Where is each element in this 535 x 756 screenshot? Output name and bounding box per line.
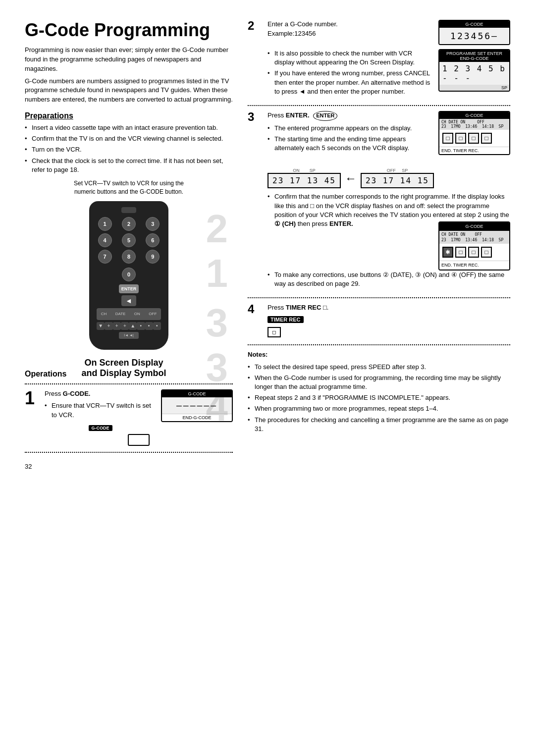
step4-bold: TIMER REC bbox=[286, 304, 321, 311]
gcode-button-visual bbox=[128, 434, 150, 446]
step2-number: 2 bbox=[248, 20, 263, 32]
operations-label: Operations bbox=[25, 370, 66, 378]
step3-bullet1: The entered programme appears on the dis… bbox=[268, 124, 510, 133]
step1-button-box bbox=[45, 434, 233, 446]
remote-on-plus[interactable]: + bbox=[113, 322, 121, 330]
step1-gcode-button-label: G-CODE bbox=[45, 424, 233, 432]
step3-bullets-bottom: Confirm that the number corresponds to t… bbox=[268, 192, 510, 228]
remote-container: 2 1 3 3 4 1 2 3 4 5 6 7 8 9 bbox=[25, 201, 233, 350]
timer-rec-badge: TIMER REC bbox=[268, 316, 304, 323]
sq-c: □ bbox=[468, 247, 479, 258]
remote-btn-0[interactable]: 0 bbox=[122, 268, 136, 281]
vcr-on-value: 23 17 13 45 bbox=[268, 173, 341, 188]
remote-ch-up[interactable]: ▲ bbox=[129, 322, 137, 330]
step4-action: Press TIMER REC □. bbox=[268, 303, 510, 313]
step4-number: 4 bbox=[248, 303, 263, 315]
left-column: G-Code Programming Programming is now ea… bbox=[25, 20, 233, 470]
remote-arrow-row: ▼ + + + ▲ • • • bbox=[97, 322, 161, 330]
remote-btn-2[interactable]: 2 bbox=[122, 217, 136, 231]
step2-bullets: It is also possible to check the number … bbox=[268, 49, 510, 96]
note-4: When programming two or more programmes,… bbox=[248, 404, 510, 413]
remote-off-plus[interactable]: + bbox=[121, 322, 129, 330]
remote-btn-7[interactable]: 7 bbox=[98, 250, 112, 264]
vcr-off-display: OFF SP 23 17 14 15 bbox=[361, 168, 434, 188]
step4-suffix: □. bbox=[323, 304, 328, 311]
remote-btn-5[interactable]: 5 bbox=[122, 233, 136, 247]
note-1: To select the desired tape speed, press … bbox=[248, 363, 510, 372]
step3-content: G-CODE CH DATE ON OFF 23 17MO 13:46 14:1… bbox=[268, 111, 510, 292]
remote-control: 1 2 3 4 5 6 7 8 9 0 ENTER bbox=[89, 201, 168, 350]
sq-b: □ bbox=[455, 247, 466, 258]
operations-row: Operations On Screen Display and Display… bbox=[25, 358, 233, 378]
step3-bullets-top: The entered programme appears on the dis… bbox=[268, 124, 510, 153]
remote-timer-button[interactable]: I◄ ◄| bbox=[119, 332, 139, 339]
remote-btn-1[interactable]: 1 bbox=[98, 217, 112, 231]
separator-step2 bbox=[248, 105, 510, 106]
step3-bullet3: Confirm that the number corresponds to t… bbox=[268, 192, 510, 228]
prep-item-4: Check that the clock is set to the corre… bbox=[25, 157, 233, 174]
remote-btn-3[interactable]: 3 bbox=[146, 217, 160, 231]
separator-step1 bbox=[25, 452, 233, 453]
separator-ops bbox=[25, 383, 233, 384]
right-column: 2 G-CODE 123456— Enter a G-Code number. … bbox=[248, 20, 510, 470]
step4-row: 4 Press TIMER REC □. TIMER REC □ bbox=[248, 303, 510, 339]
remote-numpad: 1 2 3 4 5 6 7 8 9 bbox=[94, 217, 163, 264]
step1-bullet1: Ensure that VCR—TV switch is set to VCR. bbox=[45, 401, 233, 419]
remote-rew-button[interactable]: ◄ bbox=[121, 295, 136, 306]
notes-list: To select the desired tape speed, press … bbox=[248, 363, 510, 433]
step3-row: 3 G-CODE CH DATE ON OFF 23 17MO 13:46 14… bbox=[248, 111, 510, 292]
prep-item-2: Confirm that the TV is on and the VCR vi… bbox=[25, 134, 233, 143]
off-label-display: OFF SP bbox=[387, 168, 408, 173]
prep-item-3: Turn on the VCR. bbox=[25, 145, 233, 154]
remote-btn-4[interactable]: 4 bbox=[98, 233, 112, 247]
step-overlay-3a: 3 bbox=[206, 300, 228, 346]
notes-section: Notes: To select the desired tape speed,… bbox=[248, 350, 510, 433]
preparations-list: Insert a video cassette tape with an int… bbox=[25, 123, 233, 174]
step2-bullet2: If you have entered the wrong number, pr… bbox=[268, 69, 510, 96]
step3-d2-squares: ✱ □ □ □ bbox=[439, 245, 509, 260]
step4-box-area: □ bbox=[268, 326, 510, 338]
step1-bullets: Ensure that VCR—TV switch is set to VCR. bbox=[45, 401, 233, 419]
prep-item-1: Insert a video cassette tape with an int… bbox=[25, 123, 233, 132]
page-number: 32 bbox=[25, 463, 233, 470]
separator-step3 bbox=[248, 297, 510, 298]
on-screen-display-label: On Screen Display and Display Symbol bbox=[81, 358, 166, 378]
remote-btn-9[interactable]: 9 bbox=[146, 250, 160, 264]
vcr-on-display: ON SP 23 17 13 45 bbox=[268, 168, 341, 188]
remote-off-minus[interactable]: • bbox=[153, 322, 161, 330]
notes-heading: Notes: bbox=[248, 350, 510, 360]
sq-d: □ bbox=[481, 247, 492, 258]
step1-action-bold: G-CODE. bbox=[63, 390, 91, 397]
step3-number: 3 bbox=[248, 111, 263, 123]
remote-control-bar: CH DATE ON OFF bbox=[97, 308, 161, 320]
step3-d2-top: CH DATE ON OFF 23 17MO 13:46 14:18 SP bbox=[439, 231, 509, 244]
remote-ch-down[interactable]: ▼ bbox=[97, 322, 105, 330]
step3-bullet2: The starting time and the ending time ap… bbox=[268, 135, 510, 153]
step-overlay-1: 1 bbox=[206, 251, 228, 296]
note-2: When the G-Code number is used for progr… bbox=[248, 374, 510, 391]
step2-row: 2 G-CODE 123456— Enter a G-Code number. … bbox=[248, 20, 510, 100]
step2-content: G-CODE 123456— Enter a G-Code number. Ex… bbox=[268, 20, 510, 100]
remote-btn-6[interactable]: 6 bbox=[146, 233, 160, 247]
vcr-off-value: 23 17 14 15 bbox=[361, 173, 434, 188]
step3-d2-footer: END. TIMER REC. bbox=[439, 261, 509, 270]
step3-correction-bullet: To make any corrections, use buttons ② (… bbox=[268, 270, 510, 288]
remote-on-minus[interactable]: • bbox=[145, 322, 153, 330]
arrow-icon: ← bbox=[345, 171, 357, 185]
step3-second-display: G-CODE CH DATE ON OFF 23 17MO 13:46 14:1… bbox=[438, 221, 510, 270]
on-label-display: ON SP bbox=[293, 168, 316, 173]
remote-btn-8[interactable]: 8 bbox=[122, 250, 136, 264]
timer-rec-box: □ bbox=[268, 327, 281, 337]
intro-para2: G-Code numbers are numbers assigned to p… bbox=[25, 77, 233, 105]
sq-blink: ✱ bbox=[442, 247, 453, 258]
remote-enter-button[interactable]: ENTER bbox=[119, 284, 139, 293]
step1-number: 1 bbox=[25, 389, 40, 407]
step-overlay-2: 2 bbox=[206, 206, 228, 252]
step2-bullet1: It is also possible to check the number … bbox=[268, 49, 510, 67]
remote-date-minus[interactable]: • bbox=[137, 322, 145, 330]
vcr-display-row: ON SP 23 17 13 45 ← OFF SP 23 17 14 15 bbox=[268, 168, 510, 188]
remote-date-plus[interactable]: + bbox=[105, 322, 112, 330]
note-3: Repeat steps 2 and 3 if "PROGRAMME IS IN… bbox=[248, 393, 510, 402]
remote-note: Set VCR—TV switch to VCR for using the n… bbox=[25, 179, 233, 196]
step2-top-display: G-CODE 123456— bbox=[438, 20, 510, 45]
